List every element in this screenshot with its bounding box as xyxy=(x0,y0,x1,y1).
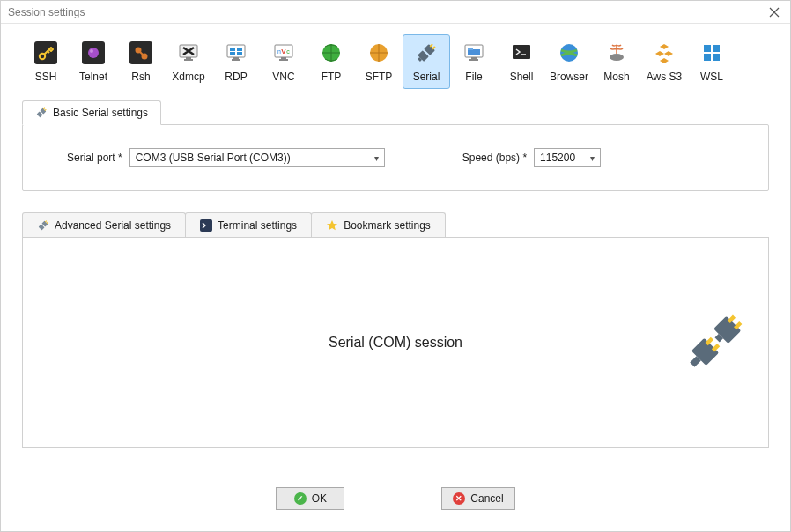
session-type-label: SFTP xyxy=(358,70,400,83)
serial-port-value: COM3 (USB Serial Port (COM3)) xyxy=(136,151,291,164)
tab-bookmark-settings[interactable]: Bookmark settings xyxy=(311,212,446,237)
basic-settings-row: Serial port * COM3 (USB Serial Port (COM… xyxy=(41,148,750,167)
vnc-icon: Vnc xyxy=(271,41,296,65)
session-type-label: Shell xyxy=(500,70,543,83)
session-type-sftp[interactable]: SFTP xyxy=(355,34,403,89)
basic-settings-panel: Basic Serial settings Serial port * COM3… xyxy=(22,124,769,191)
tab-terminal-settings[interactable]: Terminal settings xyxy=(185,212,312,237)
svg-point-38 xyxy=(610,54,624,61)
session-type-ftp[interactable]: FTP xyxy=(307,34,355,89)
advanced-tab-strip: Advanced Serial settings Terminal settin… xyxy=(22,212,769,237)
sftp-icon xyxy=(366,41,391,65)
advanced-panel: Serial (COM) session xyxy=(22,237,769,448)
tab-label: Bookmark settings xyxy=(344,219,431,232)
svg-rect-51 xyxy=(200,219,212,232)
key-icon xyxy=(33,41,58,65)
cancel-button[interactable]: ✕ Cancel xyxy=(441,487,514,510)
svg-rect-10 xyxy=(184,59,193,61)
session-type-vnc[interactable]: Vnc VNC xyxy=(260,34,307,89)
svg-rect-23 xyxy=(279,59,288,61)
svg-rect-17 xyxy=(232,59,240,61)
svg-text:n: n xyxy=(277,48,281,55)
close-icon[interactable] xyxy=(765,4,783,21)
session-type-ssh[interactable]: SSH xyxy=(22,34,70,89)
session-type-rsh[interactable]: Rsh xyxy=(117,34,165,89)
session-type-label: VNC xyxy=(262,70,305,83)
svg-rect-9 xyxy=(186,57,191,59)
speed-combo[interactable]: 115200 ▾ xyxy=(534,148,601,167)
svg-rect-15 xyxy=(237,52,242,55)
svg-rect-40 xyxy=(713,45,720,52)
session-type-wsl[interactable]: WSL xyxy=(688,34,736,89)
chevron-down-icon: ▾ xyxy=(374,153,379,163)
session-type-label: SSH xyxy=(25,70,67,83)
session-type-shell[interactable]: Shell xyxy=(498,34,545,89)
browser-icon xyxy=(557,41,581,65)
session-type-label: RDP xyxy=(215,70,257,83)
svg-rect-41 xyxy=(704,54,711,61)
ok-label: OK xyxy=(312,492,327,505)
session-type-aws-s3[interactable]: Aws S3 xyxy=(640,34,688,89)
tab-label: Advanced Serial settings xyxy=(55,219,171,232)
xdmcp-icon xyxy=(176,41,201,65)
session-type-telnet[interactable]: Telnet xyxy=(70,34,117,89)
session-type-serial[interactable]: Serial xyxy=(403,34,450,89)
session-type-toolbar: SSH Telnet Rsh Xdmcp RDP Vnc VNC xyxy=(1,24,790,94)
ftp-icon xyxy=(319,41,344,65)
serial-port-combo[interactable]: COM3 (USB Serial Port (COM3)) ▾ xyxy=(129,148,385,167)
svg-rect-22 xyxy=(281,57,286,59)
svg-rect-34 xyxy=(471,57,477,59)
window-title: Session settings xyxy=(8,6,85,18)
speed-label: Speed (bps) * xyxy=(462,151,527,164)
session-type-mosh[interactable]: Mosh xyxy=(593,34,640,89)
terminal-small-icon xyxy=(200,219,212,232)
svg-rect-39 xyxy=(704,45,711,52)
svg-rect-16 xyxy=(233,57,239,59)
tab-advanced-serial[interactable]: Advanced Serial settings xyxy=(22,212,186,237)
session-type-browser[interactable]: Browser xyxy=(545,34,593,89)
session-type-label: Telnet xyxy=(72,70,115,83)
svg-point-3 xyxy=(88,48,99,58)
telnet-icon xyxy=(81,41,106,65)
chevron-down-icon: ▾ xyxy=(590,153,595,163)
serial-plug-small-icon xyxy=(35,107,48,119)
svg-rect-36 xyxy=(513,45,530,59)
session-type-label: Rsh xyxy=(120,70,162,83)
star-icon xyxy=(326,219,338,232)
tab-label: Terminal settings xyxy=(218,219,297,232)
aws-icon xyxy=(652,41,676,65)
ok-button[interactable]: ✓ OK xyxy=(276,487,344,510)
dialog-buttons: ✓ OK ✕ Cancel xyxy=(1,487,790,510)
serial-plug-small-icon xyxy=(37,219,49,232)
speed-value: 115200 xyxy=(540,151,575,164)
serial-port-label: Serial port * xyxy=(67,151,122,164)
titlebar: Session settings xyxy=(1,1,790,24)
svg-point-4 xyxy=(90,49,93,53)
serial-plug-icon xyxy=(414,41,439,65)
svg-rect-33 xyxy=(468,48,473,50)
session-type-file[interactable]: File xyxy=(450,34,498,89)
wsl-icon xyxy=(699,41,724,65)
session-type-label: Browser xyxy=(548,70,590,83)
svg-rect-14 xyxy=(230,52,235,55)
session-type-label: Mosh xyxy=(595,70,638,83)
basic-settings-tab-label: Basic Serial settings xyxy=(53,107,148,119)
rsh-icon xyxy=(129,41,153,65)
session-type-label: Serial xyxy=(405,70,447,83)
svg-rect-42 xyxy=(713,54,720,61)
serial-plug-large-icon xyxy=(682,310,747,375)
session-type-rdp[interactable]: RDP xyxy=(212,34,260,89)
basic-settings-tab[interactable]: Basic Serial settings xyxy=(22,100,161,125)
session-type-label: Aws S3 xyxy=(643,70,685,83)
session-description: Serial (COM) session xyxy=(329,335,462,351)
session-type-label: File xyxy=(453,70,495,83)
cancel-label: Cancel xyxy=(470,492,503,505)
ok-icon: ✓ xyxy=(294,492,307,505)
mosh-icon xyxy=(604,41,629,65)
session-type-xdmcp[interactable]: Xdmcp xyxy=(165,34,212,89)
file-icon xyxy=(462,41,486,65)
svg-rect-12 xyxy=(230,48,235,51)
session-type-label: FTP xyxy=(310,70,352,83)
svg-text:c: c xyxy=(286,48,290,55)
svg-rect-35 xyxy=(469,59,478,61)
